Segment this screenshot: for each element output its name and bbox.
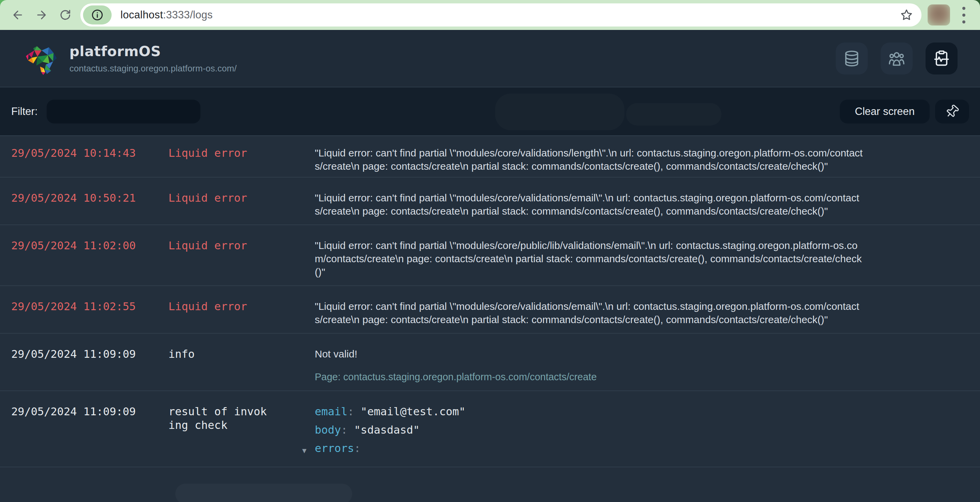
- log-type: info: [169, 347, 270, 361]
- log-row: 29/05/2024 11:09:09 info Not valid! Page…: [0, 334, 980, 391]
- star-icon: [900, 8, 913, 21]
- reload-icon: [59, 8, 72, 21]
- log-json-viewer: email: "email@test.com" body: "sdasdasd"…: [315, 405, 864, 460]
- menu-dot: [962, 14, 966, 17]
- log-timestamp: 29/05/2024 11:02:55: [11, 300, 169, 313]
- browser-toolbar: localhost:3333/logs: [0, 0, 980, 30]
- back-button[interactable]: [8, 5, 27, 24]
- log-type: result of invoking check: [169, 405, 270, 432]
- logs-button[interactable]: [926, 43, 958, 75]
- log-info-text: Not valid!: [315, 348, 357, 359]
- filter-bar: Filter: Clear screen: [0, 87, 980, 135]
- url-host: localhost: [121, 9, 163, 21]
- profile-avatar[interactable]: [928, 5, 950, 25]
- menu-dot: [962, 7, 966, 10]
- log-type: Liquid error: [169, 191, 270, 205]
- json-value: "sdasdasd": [354, 423, 420, 436]
- log-row: 29/05/2024 11:02:55 Liquid error "Liquid…: [0, 286, 980, 334]
- avatar-image: [928, 5, 950, 25]
- json-entry-body: body: "sdasdasd": [315, 423, 864, 437]
- app-name: platformOS: [69, 43, 237, 60]
- log-timestamp: 29/05/2024 10:14:43: [11, 146, 169, 160]
- log-timestamp: 29/05/2024 10:50:21: [11, 191, 169, 205]
- app-header: platformOS contactus.staging.oregon.plat…: [0, 30, 980, 87]
- address-bar[interactable]: localhost:3333/logs: [80, 3, 921, 27]
- log-message: "Liquid error: can't find partial \"modu…: [315, 239, 864, 278]
- back-arrow-icon: [11, 8, 24, 21]
- log-row: 29/05/2024 10:50:21 Liquid error "Liquid…: [0, 178, 980, 225]
- log-message: Not valid! Page: contactus.staging.orego…: [315, 347, 864, 384]
- log-row: 29/05/2024 11:09:09 result of invoking c…: [0, 391, 980, 467]
- database-icon: [843, 50, 861, 67]
- menu-dot: [962, 21, 966, 24]
- scroll-ghost: [626, 103, 721, 126]
- log-type: Liquid error: [169, 146, 270, 160]
- log-message: "Liquid error: can't find partial \"modu…: [315, 191, 864, 218]
- pin-button[interactable]: [935, 100, 969, 124]
- json-key: body: [315, 423, 341, 436]
- log-type: Liquid error: [169, 300, 270, 313]
- log-type: Liquid error: [169, 239, 270, 253]
- collapse-triangle-icon[interactable]: ▼: [302, 444, 307, 458]
- forward-button[interactable]: [32, 5, 51, 24]
- log-timestamp: 29/05/2024 11:09:09: [11, 347, 169, 361]
- json-entry-email: email: "email@test.com": [315, 405, 864, 418]
- info-icon: [91, 9, 103, 21]
- page-link[interactable]: Page: contactus.staging.oregon.platform-…: [315, 370, 864, 384]
- pushpin-icon: [942, 102, 962, 121]
- platformos-logo: [24, 40, 58, 76]
- json-key: email: [315, 405, 347, 418]
- scroll-ghost: [495, 94, 624, 130]
- ghost-artifact: [175, 484, 352, 502]
- url-text[interactable]: localhost:3333/logs: [121, 9, 213, 21]
- activity-clipboard-icon: [933, 50, 950, 67]
- log-message: "Liquid error: can't find partial \"modu…: [315, 146, 864, 173]
- bookmark-button[interactable]: [899, 8, 914, 22]
- instance-url: contactus.staging.oregon.platform-os.com…: [69, 63, 237, 74]
- browser-menu-button[interactable]: [957, 5, 970, 24]
- filter-input[interactable]: [47, 100, 200, 124]
- site-info-button[interactable]: [83, 5, 111, 24]
- filter-label: Filter:: [11, 105, 38, 118]
- database-button[interactable]: [836, 43, 868, 75]
- log-row: 29/05/2024 10:14:43 Liquid error "Liquid…: [0, 136, 980, 178]
- url-path: :3333/logs: [163, 9, 213, 21]
- clear-screen-button[interactable]: Clear screen: [840, 100, 930, 124]
- forward-arrow-icon: [35, 8, 48, 21]
- json-value: "email@test.com": [361, 405, 466, 418]
- users-button[interactable]: [881, 43, 913, 75]
- json-entry-errors: ▼ errors:: [315, 442, 864, 455]
- log-message: "Liquid error: can't find partial \"modu…: [315, 300, 864, 326]
- log-timestamp: 29/05/2024 11:09:09: [11, 405, 169, 418]
- log-timestamp: 29/05/2024 11:02:00: [11, 239, 169, 253]
- users-icon: [888, 50, 905, 67]
- reload-button[interactable]: [56, 5, 75, 24]
- log-list: 29/05/2024 10:14:43 Liquid error "Liquid…: [0, 135, 980, 502]
- log-row: 29/05/2024 11:02:00 Liquid error "Liquid…: [0, 225, 980, 286]
- json-key[interactable]: errors: [315, 442, 354, 455]
